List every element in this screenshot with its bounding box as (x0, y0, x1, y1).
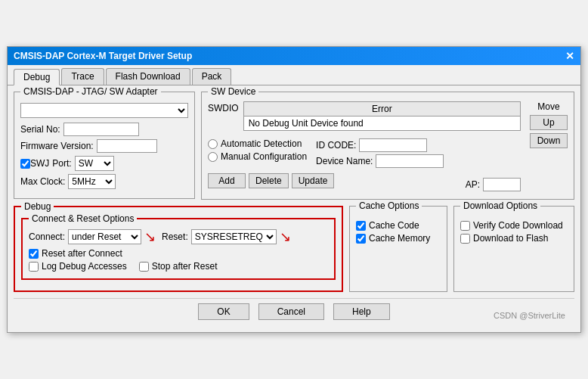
port-select[interactable]: SW JTAG (75, 156, 114, 171)
max-clock-select[interactable]: 5MHz 1MHz 500kHz (68, 174, 116, 189)
stop-after-reset-checkbox[interactable] (139, 262, 149, 272)
reset-select[interactable]: SYSRESETREQ VECTRESET Hardware (191, 229, 277, 244)
reset-after-connect-row: Reset after Connect (29, 248, 328, 259)
stop-after-reset-row: Stop after Reset (139, 261, 218, 272)
tab-content: CMSIS-DAP - JTAG/ SW Adapter Serial No: … (8, 85, 580, 332)
firmware-label: Firmware Version: (20, 141, 94, 151)
log-debug-checkbox[interactable] (29, 262, 39, 272)
download-flash-row: Download to Flash (460, 233, 568, 244)
debug-box-title: Debug (21, 201, 54, 212)
download-flash-checkbox[interactable] (460, 234, 470, 244)
reset-after-connect-label: Reset after Connect (42, 248, 122, 259)
serial-label: Serial No: (20, 124, 60, 135)
add-button[interactable]: Add (208, 173, 246, 188)
connect-reset-inner: Connect: Normal under Reset with Pre-res… (29, 228, 328, 274)
adapter-dropdown[interactable] (20, 103, 188, 118)
move-down-button[interactable]: Down (530, 133, 568, 148)
id-code-row: ID CODE: (316, 138, 444, 152)
adapter-panel: CMSIS-DAP - JTAG/ SW Adapter Serial No: … (14, 92, 195, 200)
ap-label: AP: (466, 179, 480, 190)
connect-row: Connect: Normal under Reset with Pre-res… (29, 228, 328, 245)
ap-row: AP: (466, 178, 521, 191)
max-clock-row: Max Clock: 5MHz 1MHz 500kHz (20, 174, 188, 189)
device-name-label: Device Name: (316, 156, 373, 166)
tab-trace[interactable]: Trace (61, 68, 104, 85)
sw-device-title: SW Device (208, 86, 258, 97)
move-label: Move (530, 101, 568, 112)
update-button[interactable]: Update (292, 173, 335, 188)
cache-code-row: Cache Code (356, 220, 441, 231)
cache-memory-checkbox[interactable] (356, 234, 366, 244)
tab-debug[interactable]: Debug (14, 69, 60, 85)
serial-input[interactable] (63, 123, 139, 136)
window-title: CMSIS-DAP Cortex-M Target Driver Setup (14, 51, 192, 61)
id-code-label: ID CODE: (316, 140, 356, 151)
move-buttons: Move Up Down (530, 101, 568, 193)
id-code-input[interactable] (359, 138, 427, 152)
verify-label: Verify Code Download (473, 220, 563, 231)
tab-pack[interactable]: Pack (192, 68, 232, 85)
cache-memory-row: Cache Memory (356, 233, 441, 244)
ok-button[interactable]: OK (198, 303, 249, 320)
id-device-fields: ID CODE: Device Name: (316, 138, 444, 170)
download-flash-label: Download to Flash (473, 233, 548, 244)
adapter-box: CMSIS-DAP - JTAG/ SW Adapter Serial No: … (14, 92, 195, 199)
swj-checkbox[interactable] (20, 159, 30, 169)
device-name-row: Device Name: (316, 154, 444, 168)
reset-label: Reset: (162, 231, 188, 242)
connect-reset-title: Connect & Reset Options (29, 213, 137, 224)
cache-code-checkbox[interactable] (356, 221, 366, 231)
delete-button[interactable]: Delete (249, 173, 289, 188)
watermark: CSDN @StriverLite (494, 311, 565, 320)
sw-device-box: SW Device SWDIO Error (201, 92, 574, 200)
close-button[interactable]: ✕ (565, 50, 574, 62)
title-bar: CMSIS-DAP Cortex-M Target Driver Setup ✕ (8, 47, 580, 65)
main-window: CMSIS-DAP Cortex-M Target Driver Setup ✕… (7, 46, 581, 333)
firmware-input[interactable] (97, 139, 157, 153)
tab-bar: Debug Trace Flash Download Pack (8, 65, 580, 85)
connect-label: Connect: (29, 231, 65, 242)
firmware-row: Firmware Version: (20, 139, 188, 153)
manual-config-label: Manual Configuration (221, 151, 307, 162)
move-up-button[interactable]: Up (530, 115, 568, 130)
swdio-row: SWDIO Error No Debug Unit Device found (208, 101, 521, 135)
manual-config-row: Manual Configuration (208, 151, 307, 162)
auto-detect-radio[interactable] (208, 139, 218, 149)
auto-detect-label: Automatic Detection (221, 138, 302, 149)
download-box: Download Options Verify Code Download Do… (453, 206, 574, 292)
log-stop-row: Log Debug Accesses Stop after Reset (29, 261, 328, 274)
sw-table-header: Error (243, 102, 520, 116)
connect-select[interactable]: Normal under Reset with Pre-reset (68, 229, 141, 244)
max-clock-label: Max Clock: (20, 176, 65, 187)
cancel-button[interactable]: Cancel (258, 303, 324, 320)
cache-options: Cache Code Cache Memory (356, 220, 441, 244)
device-name-input[interactable] (376, 154, 444, 168)
download-title: Download Options (460, 200, 540, 211)
ap-input[interactable] (483, 178, 521, 191)
top-row: CMSIS-DAP - JTAG/ SW Adapter Serial No: … (14, 92, 574, 200)
tab-flash-download[interactable]: Flash Download (106, 68, 190, 85)
verify-checkbox[interactable] (460, 221, 470, 231)
download-options: Verify Code Download Download to Flash (460, 220, 568, 244)
port-row: SWJ Port: SW JTAG (20, 156, 188, 171)
help-button[interactable]: Help (333, 303, 390, 320)
detection-options: Automatic Detection Manual Configuration (208, 138, 307, 170)
cache-title: Cache Options (356, 200, 422, 211)
connect-reset-wrapper: Connect & Reset Options Connect: Normal … (21, 218, 336, 280)
manual-config-radio[interactable] (208, 152, 218, 162)
verify-row: Verify Code Download (460, 220, 568, 231)
bottom-section: Debug Connect & Reset Options Connect: N… (14, 206, 574, 292)
footer: OK Cancel Help CSDN @StriverLite (14, 298, 574, 326)
swdio-table-wrap: Error No Debug Unit Device found (243, 101, 521, 135)
stop-after-reset-label: Stop after Reset (152, 261, 218, 272)
connect-reset-box: Connect & Reset Options Connect: Normal … (21, 218, 336, 280)
add-del-row: Add Delete Update (208, 173, 334, 188)
cache-code-label: Cache Code (369, 220, 419, 231)
reset-after-connect-checkbox[interactable] (29, 249, 39, 259)
log-debug-row: Log Debug Accesses (29, 261, 127, 272)
serial-row: Serial No: (20, 123, 188, 136)
log-debug-label: Log Debug Accesses (42, 261, 127, 272)
sw-table: Error No Debug Unit Device found (243, 101, 521, 131)
adapter-title: CMSIS-DAP - JTAG/ SW Adapter (20, 86, 161, 97)
swj-label: SWJ (30, 158, 49, 169)
